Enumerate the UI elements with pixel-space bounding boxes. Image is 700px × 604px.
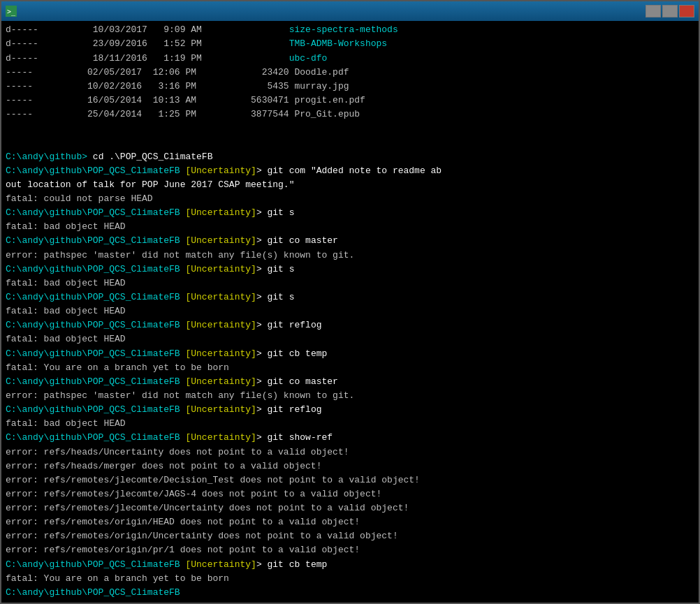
terminal-line: C:\andy\github\POP_QCS_ClimateFB [Uncert…: [6, 206, 694, 220]
terminal-line: out location of talk for POP June 2017 C…: [6, 178, 694, 192]
terminal-line: fatal: bad object HEAD: [6, 332, 694, 346]
terminal-line: error: refs/remotes/origin/Uncertainty d…: [6, 529, 694, 543]
terminal-line: C:\andy\github\POP_QCS_ClimateFB [Uncert…: [6, 234, 694, 248]
terminal-line: d----- 23/09/2016 1:52 PM TMB-ADMB-Works…: [6, 37, 694, 51]
terminal-line: error: refs/remotes/jlecomte/JAGS-4 does…: [6, 487, 694, 501]
terminal-line: [6, 121, 694, 135]
terminal-line: C:\andy\github\POP_QCS_ClimateFB: [6, 586, 694, 600]
terminal-line: ----- 10/02/2016 3:16 PM 5435 murray.jpg: [6, 80, 694, 94]
terminal-line: C:\andy\github\POP_QCS_ClimateFB [Uncert…: [6, 558, 694, 572]
terminal-line: fatal: could not parse HEAD: [6, 192, 694, 206]
terminal-line: error: pathspec 'master' did not match a…: [6, 249, 694, 263]
terminal-window: >_ d----- 10/03/2017 9:09 AM size-spectr…: [0, 0, 700, 604]
terminal-line: fatal: You are on a branch yet to be bor…: [6, 361, 694, 375]
terminal-line: d----- 18/11/2016 1:19 PM ubc-dfo: [6, 52, 694, 66]
terminal-line: C:\andy\github\POP_QCS_ClimateFB [Uncert…: [6, 403, 694, 417]
window-controls: [646, 5, 694, 17]
terminal-line: C:\andy\github\POP_QCS_ClimateFB [Uncert…: [6, 290, 694, 304]
terminal-line: ----- 16/05/2014 10:13 AM 5630471 progit…: [6, 94, 694, 108]
terminal-line: C:\andy\github\POP_QCS_ClimateFB [Uncert…: [6, 375, 694, 389]
terminal-line: C:\andy\github\POP_QCS_ClimateFB [Uncert…: [6, 431, 694, 445]
terminal-line: error: refs/remotes/origin/pr/1 does not…: [6, 543, 694, 557]
title-bar-left: >_: [6, 6, 21, 17]
minimize-button[interactable]: [646, 5, 661, 17]
terminal-line: error: refs/heads/Uncertainty does not p…: [6, 445, 694, 459]
terminal-line: C:\andy\github\POP_QCS_ClimateFB [Uncert…: [6, 347, 694, 361]
terminal-line: ----- 25/04/2014 1:25 PM 3877544 Pro_Git…: [6, 108, 694, 121]
app-icon: >_: [6, 6, 17, 17]
terminal-output[interactable]: d----- 10/03/2017 9:09 AM size-spectra-m…: [1, 21, 699, 603]
close-button[interactable]: [679, 5, 694, 17]
terminal-line: C:\andy\github\POP_QCS_ClimateFB [Uncert…: [6, 164, 694, 178]
terminal-line: error: refs/remotes/origin/HEAD does not…: [6, 515, 694, 529]
svg-text:>_: >_: [7, 8, 16, 16]
terminal-line: fatal: bad object HEAD: [6, 277, 694, 290]
terminal-line: ----- 02/05/2017 12:06 PM 23420 Doodle.p…: [6, 66, 694, 80]
title-bar: >_: [1, 1, 699, 21]
maximize-button[interactable]: [662, 5, 678, 17]
terminal-line: fatal: bad object HEAD: [6, 417, 694, 431]
terminal-line: fatal: bad object HEAD: [6, 304, 694, 318]
terminal-line: fatal: You are on a branch yet to be bor…: [6, 572, 694, 586]
terminal-line: error: pathspec 'master' did not match a…: [6, 389, 694, 403]
terminal-line: d----- 10/03/2017 9:09 AM size-spectra-m…: [6, 23, 694, 37]
terminal-line: C:\andy\github\POP_QCS_ClimateFB [Uncert…: [6, 263, 694, 277]
terminal-line: error: refs/remotes/jlecomte/Uncertainty…: [6, 501, 694, 515]
terminal-line: C:\andy\github\POP_QCS_ClimateFB [Uncert…: [6, 318, 694, 332]
terminal-line: error: refs/heads/merger does not point …: [6, 459, 694, 473]
terminal-line: C:\andy\github> cd .\POP_QCS_ClimateFB: [6, 150, 694, 164]
terminal-line: fatal: bad object HEAD: [6, 220, 694, 234]
terminal-line: error: refs/remotes/jlecomte/Decision_Te…: [6, 473, 694, 487]
terminal-line: [6, 135, 694, 149]
